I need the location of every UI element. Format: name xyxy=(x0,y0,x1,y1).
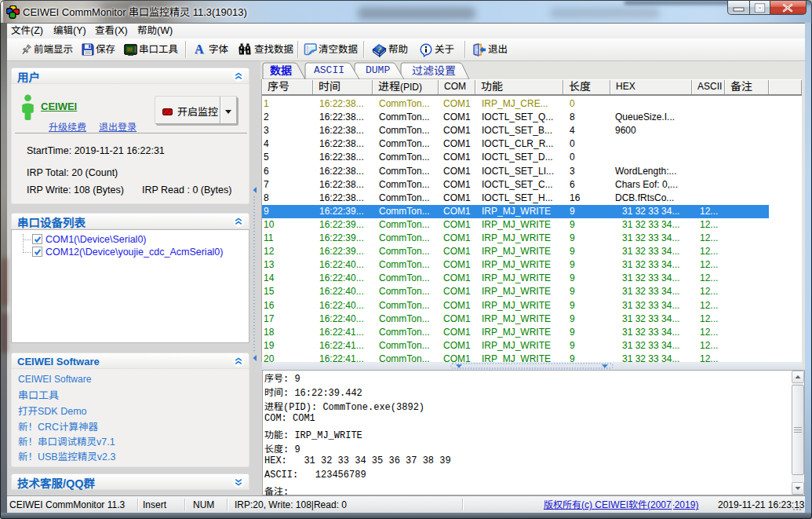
svg-text:30: 30 xyxy=(126,47,132,53)
